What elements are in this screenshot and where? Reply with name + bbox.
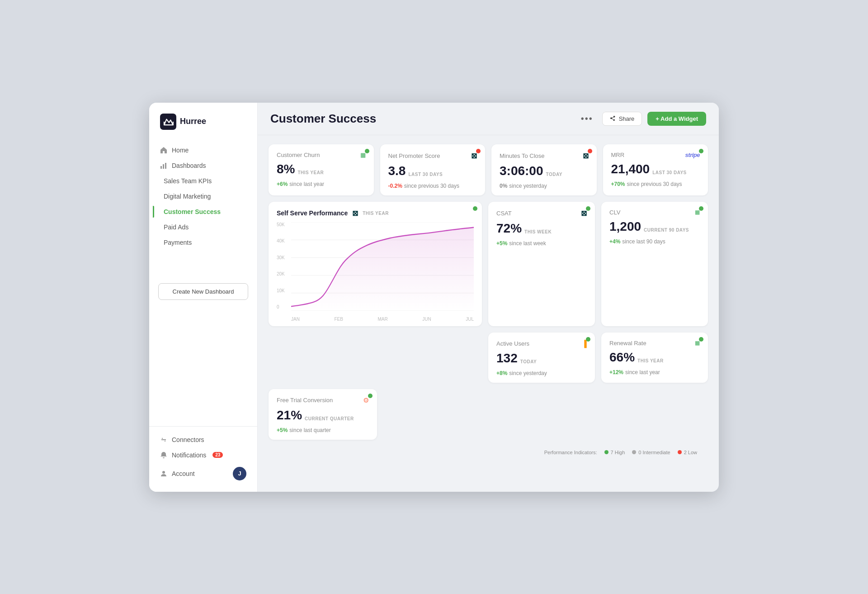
widget-row-1: Customer Churn ▦ 8% THIS YEAR +6% since … — [269, 144, 708, 195]
perf-label: Performance Indicators: — [544, 450, 597, 455]
perf-item-intermediate: 0 Intermediate — [632, 450, 670, 455]
topbar: Customer Success ••• Share + Add a Widge… — [258, 103, 719, 135]
widget-change: +8% since yesterday — [496, 370, 587, 376]
logo-text: Hurree — [180, 117, 206, 126]
more-options-button[interactable]: ••• — [577, 112, 597, 126]
main-content: Customer Success ••• Share + Add a Widge… — [258, 103, 719, 492]
widget-title: Free Trial Conversion — [277, 397, 333, 404]
connectors-icon — [160, 436, 167, 443]
widget-header: Active Users ▐ — [496, 340, 587, 347]
widget-header: CLV ▦ — [609, 209, 700, 216]
widget-value: 66% THIS YEAR — [609, 350, 700, 365]
widget-value: 8% THIS YEAR — [277, 162, 366, 176]
stripe-icon: stripe — [685, 152, 700, 158]
perf-dot-high — [604, 450, 609, 454]
widget-change: +4% since last 90 days — [609, 238, 700, 245]
widget-header: CSAT ⊠ — [496, 209, 587, 218]
page-title: Customer Success — [270, 112, 572, 126]
share-icon — [610, 115, 616, 122]
status-dot-red — [476, 149, 481, 153]
sidebar-item-sales-team-kpis[interactable]: Sales Team KPIs — [153, 173, 257, 189]
status-dot-red — [588, 149, 592, 153]
status-dot-green — [699, 206, 703, 211]
svg-rect-2 — [163, 164, 164, 169]
sidebar-item-digital-marketing[interactable]: Digital Marketing — [153, 189, 257, 204]
row3-spacer — [269, 333, 482, 383]
share-button[interactable]: Share — [602, 112, 642, 126]
widget-title: CLV — [609, 209, 620, 216]
widget-net-promoter-score: Net Promoter Score ⊠ 3.8 LAST 30 DAYS -0… — [380, 144, 486, 195]
app-window: Hurree Home Dashboards Sales Team KPIs — [149, 103, 719, 492]
widget-header: Minutes To Close ⊠ — [500, 152, 589, 160]
status-dot-green — [586, 337, 590, 342]
chart-svg — [291, 222, 474, 311]
widget-clv: CLV ▦ 1,200 CURRENT 90 DAYS +4% since la… — [601, 202, 708, 326]
sidebar-item-customer-success[interactable]: Customer Success — [153, 204, 257, 219]
widget-minutes-to-close: Minutes To Close ⊠ 3:06:00 TODAY 0% sinc… — [491, 144, 597, 195]
widget-header: MRR stripe — [611, 152, 700, 158]
widget-value: 3.8 LAST 30 DAYS — [388, 164, 477, 178]
bar-chart-icon — [160, 162, 167, 169]
topbar-actions: ••• Share + Add a Widget — [577, 112, 706, 126]
widget-mrr: MRR stripe 21,400 LAST 30 DAYS +70% sinc… — [603, 144, 708, 195]
widget-active-users: Active Users ▐ 132 TODAY +8% since yeste… — [488, 333, 595, 383]
dashboard-area: Customer Churn ▦ 8% THIS YEAR +6% since … — [258, 135, 719, 492]
chart-x-labels: JAN FEB MAR JUN JUL — [291, 317, 474, 322]
avatar: J — [233, 467, 246, 480]
widget-self-serve-performance: Self Serve Performance ⊠ THIS YEAR 50K 4… — [269, 202, 482, 326]
status-dot-green — [365, 149, 369, 153]
widget-csat: CSAT ⊠ 72% THIS WEEK +5% since last week — [488, 202, 595, 326]
widget-title: Renewal Rate — [609, 340, 646, 347]
perf-item-low: 2 Low — [678, 450, 697, 455]
chart-area: 50K 40K 30K 20K 10K 0 — [277, 222, 474, 322]
sidebar-bottom: Connectors Notifications 23 Account J — [149, 426, 257, 485]
sidebar-item-home[interactable]: Home — [149, 143, 257, 158]
sheets-icon: ▦ — [360, 152, 366, 158]
widget-title: Net Promoter Score — [388, 152, 440, 159]
svg-rect-1 — [160, 166, 162, 169]
widget-header: Free Trial Conversion ⚙ — [277, 396, 369, 404]
sidebar-item-payments[interactable]: Payments — [153, 235, 257, 250]
widget-title: Customer Churn — [277, 152, 320, 158]
home-icon — [160, 147, 167, 154]
sidebar-item-connectors[interactable]: Connectors — [149, 432, 257, 447]
add-widget-button[interactable]: + Add a Widget — [647, 112, 706, 126]
widget-value: 3:06:00 TODAY — [500, 164, 589, 178]
widget-title: CSAT — [496, 210, 512, 217]
chart-title: Self Serve Performance — [277, 209, 348, 217]
perf-dot-intermediate — [632, 450, 636, 454]
widget-title: Active Users — [496, 340, 529, 347]
sidebar-item-notifications[interactable]: Notifications 23 — [149, 447, 257, 463]
sidebar-item-account[interactable]: Account J — [149, 463, 257, 485]
zendesk-icon: ⊠ — [583, 152, 589, 160]
widget-header: Renewal Rate ▦ — [609, 340, 700, 347]
logo[interactable]: Hurree — [149, 114, 257, 143]
hubspot-icon: ⚙ — [363, 396, 369, 404]
widget-value: 21,400 LAST 30 DAYS — [611, 162, 700, 176]
widget-header: Customer Churn ▦ — [277, 152, 366, 158]
widget-change: +70% since previous 30 days — [611, 181, 700, 187]
svg-rect-3 — [165, 163, 166, 169]
bell-icon — [160, 451, 167, 459]
widget-renewal-rate: Renewal Rate ▦ 66% THIS YEAR +12% since … — [601, 333, 708, 383]
status-dot-green — [473, 206, 477, 211]
sidebar-item-dashboards[interactable]: Dashboards — [149, 158, 257, 173]
widget-change: +12% since last year — [609, 369, 700, 375]
chart-y-labels: 50K 40K 30K 20K 10K 0 — [277, 222, 285, 311]
performance-indicators-bar: Performance Indicators: 7 High 0 Interme… — [269, 446, 708, 457]
chart-period: THIS YEAR — [363, 211, 389, 216]
svg-point-4 — [162, 471, 165, 474]
chart-header: Self Serve Performance ⊠ THIS YEAR — [277, 209, 474, 218]
widget-row-4: Free Trial Conversion ⚙ 21% CURRENT QUAR… — [269, 389, 708, 440]
widget-row-2: Self Serve Performance ⊠ THIS YEAR 50K 4… — [269, 202, 708, 326]
create-dashboard-button[interactable]: Create New Dashboard — [158, 283, 248, 300]
create-dashboard-section: Create New Dashboard — [158, 283, 248, 300]
widget-change: +5% since last week — [496, 240, 587, 247]
status-dot-green — [368, 394, 373, 398]
widget-header: Net Promoter Score ⊠ — [388, 152, 477, 160]
widget-value: 21% CURRENT QUARTER — [277, 408, 369, 423]
widget-change: 0% since yesterday — [500, 183, 589, 189]
zendesk-icon: ⊠ — [352, 209, 358, 218]
status-dot-green — [699, 149, 703, 153]
sidebar-item-paid-ads[interactable]: Paid Ads — [153, 219, 257, 235]
